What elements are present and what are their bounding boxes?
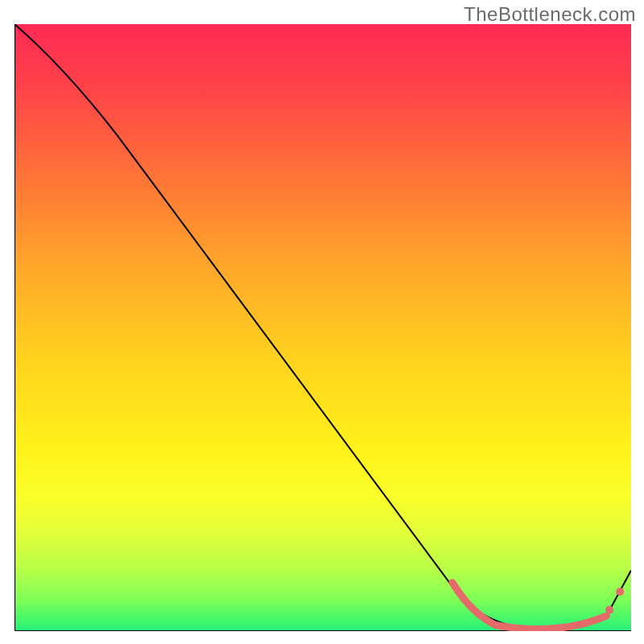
watermark-text: TheBottleneck.com: [464, 3, 636, 26]
marker-dot: [616, 588, 624, 596]
bottleneck-chart: TheBottleneck.com: [0, 0, 644, 644]
marker-dot: [605, 606, 613, 614]
plot-area: [14, 24, 631, 631]
gradient-background: [14, 24, 631, 631]
chart-svg: [14, 24, 631, 631]
